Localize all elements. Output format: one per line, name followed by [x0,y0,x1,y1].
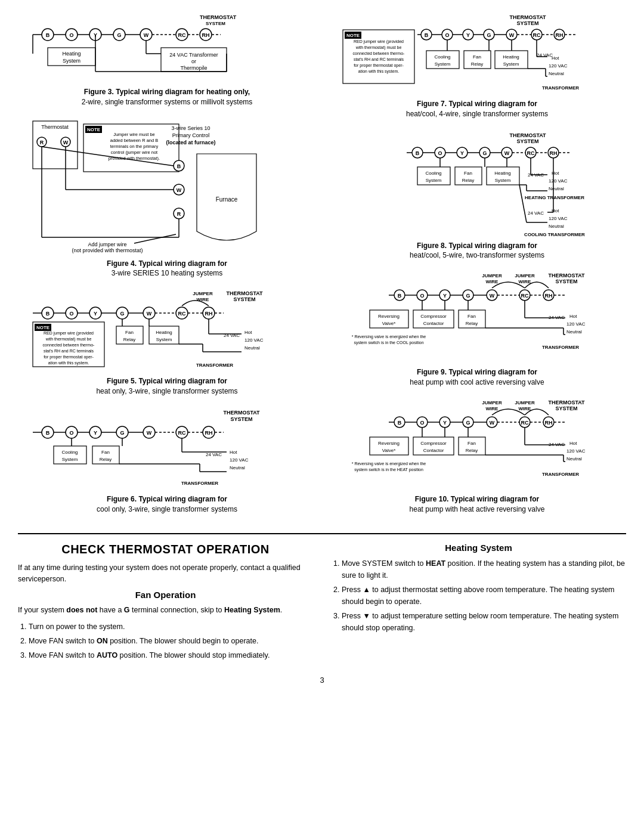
svg-text:Fan: Fan [467,441,476,446]
svg-text:R: R [40,140,44,145]
svg-text:B: B [398,420,402,426]
svg-text:Heating: Heating [156,330,172,335]
svg-text:terminals on the primary: terminals on the primary [110,144,159,149]
svg-text:Furnace: Furnace [216,196,238,203]
svg-text:stat's RH and RC terminals: stat's RH and RC terminals [44,349,94,353]
svg-text:W: W [177,187,182,193]
diagrams-section: THERMOSTAT SYSTEM B O Y G W [18,12,626,525]
svg-text:Relay: Relay [471,61,483,67]
svg-text:O: O [69,32,73,38]
svg-text:Y: Y [466,32,470,38]
check-thermostat-title: CHECK THERMOSTAT OPERATION [18,543,313,556]
svg-text:RH: RH [205,430,213,436]
svg-text:Hot: Hot [569,314,577,319]
fig7-caption: Figure 7. Typical wiring diagram for hea… [328,99,626,119]
svg-text:Y: Y [443,293,447,299]
fan-operation-title: Fan Operation [18,590,313,600]
svg-text:Hot: Hot [244,330,252,335]
main-content: THERMOSTAT SYSTEM B O Y G W [18,12,626,685]
svg-text:Compressor: Compressor [420,314,447,319]
svg-text:Relay: Relay [462,178,474,183]
svg-text:W: W [509,32,515,38]
svg-text:O: O [445,32,449,38]
svg-text:ation with this system.: ation with this system. [358,69,400,74]
svg-text:Add jumper wire: Add jumper wire [88,241,126,247]
svg-text:RH: RH [545,293,553,299]
svg-text:Fan: Fan [101,450,110,455]
svg-text:SYSTEM: SYSTEM [516,138,538,144]
heating-step-1: Move SYSTEM switch to HEAT position. If … [342,558,626,581]
svg-text:(not provided with thermostat): (not provided with thermostat) [72,247,143,253]
svg-text:or: or [191,58,196,64]
svg-text:NOTE: NOTE [87,127,101,132]
svg-text:G: G [487,32,491,38]
svg-text:Heating: Heating [494,171,511,176]
svg-text:120 VAC: 120 VAC [230,457,249,463]
svg-text:stat's RH and RC terminals: stat's RH and RC terminals [354,57,404,61]
svg-text:120 VAC: 120 VAC [549,63,568,69]
svg-text:JUMPER: JUMPER [515,400,535,405]
svg-text:RED jumper wire (provided: RED jumper wire (provided [354,39,404,44]
fig8-caption: Figure 8. Typical wiring diagram for hea… [328,241,626,261]
svg-text:Y: Y [94,430,97,436]
svg-text:B: B [177,163,181,169]
svg-text:Neutral: Neutral [230,465,245,470]
svg-text:B: B [425,32,429,38]
svg-text:Thermopile: Thermopile [180,65,207,71]
svg-text:W: W [144,32,149,38]
svg-text:W: W [490,293,495,299]
check-thermostat-section: CHECK THERMOSTAT OPERATION If at any tim… [18,543,313,663]
figure-9: JUMPER WIRE JUMPER WIRE THERMOSTAT SYSTE… [328,271,626,388]
svg-text:(located at furnace): (located at furnace) [166,140,215,145]
check-thermostat-intro: If at any time during testing your syste… [18,562,313,585]
svg-text:system switch is in the HEAT p: system switch is in the HEAT position [354,467,423,472]
svg-text:Y: Y [94,311,97,317]
svg-text:THERMOSTAT: THERMOSTAT [509,132,546,138]
svg-text:24 VAC: 24 VAC [528,210,544,216]
svg-text:Contactor: Contactor [423,448,444,453]
figure-7: NOTE RED jumper wire (provided with ther… [328,12,626,119]
svg-text:RC: RC [178,430,186,436]
svg-text:RH: RH [545,420,553,426]
section-divider [18,533,626,534]
fan-step-2: Move FAN switch to ON position. The blow… [29,635,313,647]
svg-text:Relay: Relay [123,337,135,342]
heating-steps-list: Move SYSTEM switch to HEAT position. If … [331,558,626,634]
svg-text:Thermostat: Thermostat [41,124,69,130]
svg-text:Neutral: Neutral [549,186,564,191]
svg-text:Fan: Fan [125,330,134,335]
fan-steps-list: Turn on power to the system. Move FAN sw… [18,621,313,661]
svg-text:RC: RC [178,311,186,317]
svg-text:control (jumper wire not: control (jumper wire not [111,150,158,155]
fan-step-1: Turn on power to the system. [29,621,313,633]
svg-text:TRANSFORMER: TRANSFORMER [196,363,233,368]
svg-text:RH: RH [205,311,213,317]
svg-text:Neutral: Neutral [549,224,564,229]
svg-text:O: O [438,150,442,156]
svg-text:Fan: Fan [467,314,476,319]
svg-text:Reversing: Reversing [378,314,400,319]
fig6-caption: Figure 6. Typical wiring diagram for coo… [18,494,316,515]
svg-text:G: G [120,311,124,317]
svg-text:Neutral: Neutral [549,71,564,76]
figure-4: Thermostat R W NOTE Jumper wire must be … [18,118,316,279]
svg-text:* Reversing valve is energized: * Reversing valve is energized when the [352,462,426,466]
svg-text:THERMOSTAT: THERMOSTAT [223,410,260,416]
svg-text:THERMOSTAT: THERMOSTAT [509,14,546,20]
fan-step-3: Move FAN switch to AUTO position. The bl… [29,649,313,661]
svg-text:120 VAC: 120 VAC [549,178,568,184]
svg-text:B: B [46,311,50,317]
svg-text:Heating: Heating [62,51,80,57]
svg-text:System: System [62,457,78,462]
svg-text:B: B [416,150,420,156]
svg-text:Y: Y [460,150,464,156]
svg-text:3-wire Series 10: 3-wire Series 10 [171,125,210,131]
svg-text:Jumper wire must be: Jumper wire must be [113,132,155,137]
svg-text:B: B [398,293,402,299]
heating-system-section: Heating System Move SYSTEM switch to HEA… [331,543,626,663]
svg-text:WIRE: WIRE [519,279,532,284]
svg-text:System: System [435,61,451,67]
fan-intro: If your system does not have a G termina… [18,605,313,616]
heating-step-3: Press ▼ to adjust temperature setting be… [342,610,626,634]
svg-text:RH: RH [550,150,558,156]
